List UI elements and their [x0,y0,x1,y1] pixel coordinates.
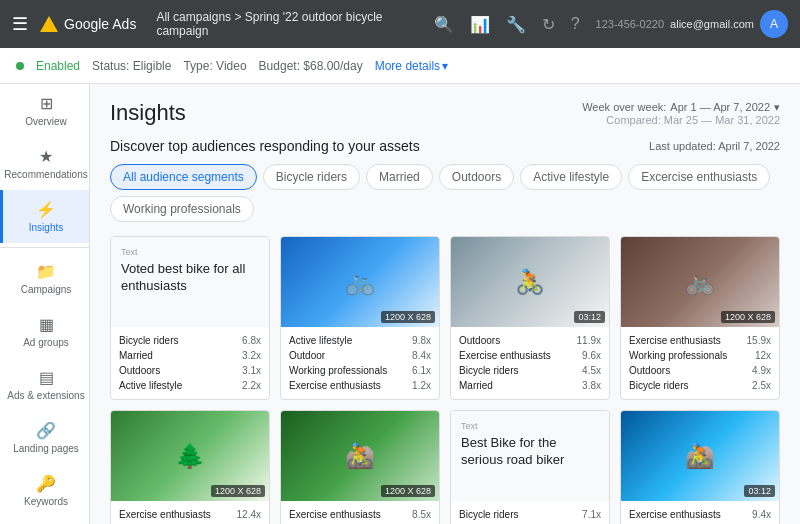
user-info[interactable]: 123-456-0220 alice@gmail.com A [596,10,788,38]
nav-icons: 🔍 📊 🔧 ↻ ? 123-456-0220 alice@gmail.com A [434,10,788,38]
stat-row: Outdoors3.1x [119,363,261,378]
tab-exercise-enthusiasts[interactable]: Excercise enthusiasts [628,164,770,190]
stat-row: Bicycle riders4.5x [459,363,601,378]
tab-all-audience-segments[interactable]: All audience segments [110,164,257,190]
image-tag-1: 1200 X 628 [381,311,435,323]
sidebar-item-landing-pages[interactable]: 🔗 Landing pages [0,411,89,464]
sidebar-item-ads-extensions[interactable]: ▤ Ads & extensions [0,358,89,411]
help-icon[interactable]: ? [571,15,580,33]
stat-row: Working professionals6.1x [289,363,431,378]
asset-text-card-6: Text Best Bike for the serious road bike… [451,411,609,501]
insights-icon: ⚡ [36,200,56,219]
image-tag-7: 03:12 [744,485,775,497]
status-label: Enabled [36,59,80,73]
asset-card-7[interactable]: 🚵 03:12 Exercise enthusiasts9.4x Outdoor… [620,410,780,524]
week-label: Week over week: [582,101,666,113]
asset-image-7: 🚵 03:12 [621,411,779,501]
asset-card-4[interactable]: 🌲 1200 X 628 Exercise enthusiasts12.4x B… [110,410,270,524]
stat-row: Exercise enthusiasts15.9x [629,333,771,348]
date-main-value: Apr 1 — Apr 7, 2022 [670,101,770,113]
tab-active-lifestyle[interactable]: Active lifestyle [520,164,622,190]
sidebar-item-audiences[interactable]: 👥 Audiences [0,517,89,524]
landing-pages-icon: 🔗 [36,421,56,440]
main-content: Insights Week over week: Apr 1 — Apr 7, … [90,84,800,524]
sidebar-item-campaigns[interactable]: 📁 Campaigns [0,252,89,305]
sidebar: ⊞ Overview ★ Recommendations ⚡ Insights … [0,84,90,524]
stat-row: Exercise enthusiasts9.4x [629,507,771,522]
asset-image-4: 🌲 1200 X 628 [111,411,269,501]
sidebar-item-recommendations[interactable]: ★ Recommendations [0,137,89,190]
asset-grid: Text Voted best bike for all enthusiasts… [110,236,780,524]
sidebar-label-recommendations: Recommendations [4,169,87,180]
asset-stats-2: Outdoors11.9x Exercise enthusiasts9.6x B… [451,327,609,399]
date-range: Week over week: Apr 1 — Apr 7, 2022 ▾ Co… [582,101,780,126]
section-header: Discover top audiences responding to you… [110,138,780,154]
tab-married[interactable]: Married [366,164,433,190]
sidebar-label-ad-groups: Ad groups [23,337,69,348]
logo-text: Google Ads [64,16,136,32]
stat-row: Active lifestyle9.8x [289,333,431,348]
tools-icon[interactable]: 🔧 [506,15,526,34]
stat-row: Exercise enthusiasts8.5x [289,507,431,522]
asset-card-1[interactable]: 🚲 1200 X 628 Active lifestyle9.8x Outdoo… [280,236,440,400]
stat-row: Exercise enthusiasts1.2x [289,378,431,393]
campaign-bar: Enabled Status: Eligible Type: Video Bud… [0,48,800,84]
search-icon[interactable]: 🔍 [434,15,454,34]
refresh-icon[interactable]: ↻ [542,15,555,34]
keywords-icon: 🔑 [36,474,56,493]
tab-bicycle-riders[interactable]: Bicycle riders [263,164,360,190]
tab-working-professionals[interactable]: Working professionals [110,196,254,222]
image-tag-3: 1200 X 628 [721,311,775,323]
asset-card-6[interactable]: Text Best Bike for the serious road bike… [450,410,610,524]
text-card-label-0: Text [121,247,259,257]
asset-image-3: 🚲 1200 X 628 [621,237,779,327]
user-email: alice@gmail.com [670,18,754,30]
asset-image-2: 🚴 03:12 [451,237,609,327]
campaigns-icon: 📁 [36,262,56,281]
section-title: Discover top audiences responding to you… [110,138,420,154]
chevron-down-icon: ▾ [442,59,448,73]
stat-row: Active lifestyle2.2x [119,378,261,393]
stat-row: Working professionals12x [629,348,771,363]
text-card-label-6: Text [461,421,599,431]
asset-image-1: 🚲 1200 X 628 [281,237,439,327]
breadcrumb-parent[interactable]: All campaigns > [156,10,241,24]
sidebar-label-ads-extensions: Ads & extensions [7,390,84,401]
stat-row: Exercise enthusiasts12.4x [119,507,261,522]
asset-card-5[interactable]: 🚵 1200 X 628 Exercise enthusiasts8.5x Wo… [280,410,440,524]
avatar[interactable]: A [760,10,788,38]
top-navigation: ☰ Google Ads All campaigns > Spring '22 … [0,0,800,48]
asset-stats-1: Active lifestyle9.8x Outdoor8.4x Working… [281,327,439,399]
date-dropdown-icon[interactable]: ▾ [774,101,780,114]
sidebar-label-overview: Overview [25,116,67,127]
sidebar-label-keywords: Keywords [24,496,68,507]
main-layout: ⊞ Overview ★ Recommendations ⚡ Insights … [0,84,800,524]
image-tag-2: 03:12 [574,311,605,323]
stat-row: Bicycle riders2.5x [629,378,771,393]
sidebar-divider [0,247,89,248]
sidebar-item-keywords[interactable]: 🔑 Keywords [0,464,89,517]
ads-extensions-icon: ▤ [39,368,54,387]
asset-stats-5: Exercise enthusiasts8.5x Working profess… [281,501,439,524]
asset-stats-6: Bicycle riders7.1x Outdoors6.3x Working … [451,501,609,524]
asset-card-2[interactable]: 🚴 03:12 Outdoors11.9x Exercise enthusias… [450,236,610,400]
sidebar-item-ad-groups[interactable]: ▦ Ad groups [0,305,89,358]
asset-card-0[interactable]: Text Voted best bike for all enthusiasts… [110,236,270,400]
page-title: Insights [110,100,186,126]
asset-card-3[interactable]: 🚲 1200 X 628 Exercise enthusiasts15.9x W… [620,236,780,400]
ad-groups-icon: ▦ [39,315,54,334]
asset-stats-7: Exercise enthusiasts9.4x Outdoors7.4x Bi… [621,501,779,524]
asset-image-5: 🚵 1200 X 628 [281,411,439,501]
sidebar-label-insights: Insights [29,222,63,233]
image-tag-4: 1200 X 628 [211,485,265,497]
tab-outdoors[interactable]: Outdoors [439,164,514,190]
more-details-button[interactable]: More details ▾ [375,59,448,73]
last-updated: Last updated: April 7, 2022 [649,140,780,152]
sidebar-item-insights[interactable]: ⚡ Insights [0,190,89,243]
sidebar-item-overview[interactable]: ⊞ Overview [0,84,89,137]
reports-icon[interactable]: 📊 [470,15,490,34]
stat-row: Outdoor8.4x [289,348,431,363]
menu-icon[interactable]: ☰ [12,13,28,35]
asset-stats-4: Exercise enthusiasts12.4x Bicycle riders… [111,501,269,524]
status-dot [16,62,24,70]
